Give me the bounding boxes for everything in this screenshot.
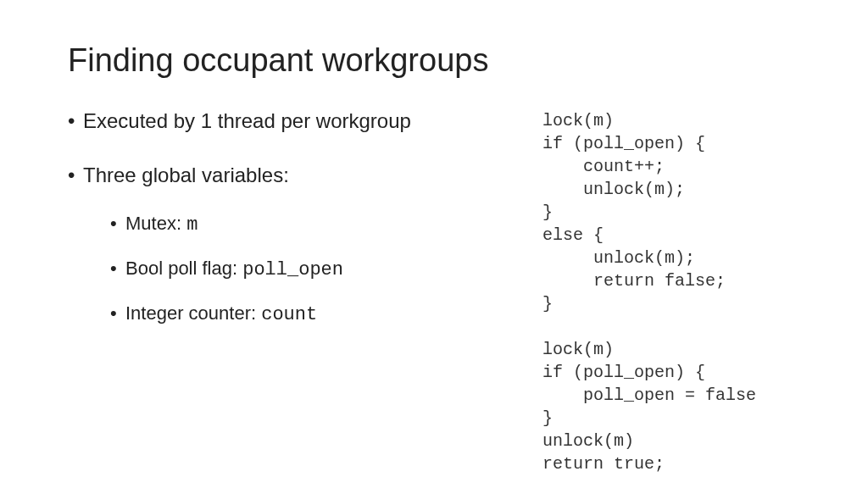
code-line: } <box>542 408 553 428</box>
sub-bullet-poll-code: poll_open <box>242 259 343 280</box>
code-line: if (poll_open) { <box>542 363 705 382</box>
sub-bullet-list: Mutex: m Bool poll flag: poll_open Integ… <box>83 213 542 325</box>
code-line: lock(m) <box>542 340 614 359</box>
slide-body: Executed by 1 thread per workgroup Three… <box>68 109 817 475</box>
sub-bullet-count-code: count <box>261 304 317 325</box>
bullet-globals-text: Three global variables: <box>83 164 289 186</box>
slide: Finding occupant workgroups Executed by … <box>0 0 868 488</box>
sub-bullet-poll-label: Bool poll flag: <box>125 258 242 279</box>
code-line: } <box>542 294 553 313</box>
code-line: } <box>542 202 553 222</box>
code-line: if (poll_open) { <box>542 134 705 153</box>
spacer <box>83 187 542 196</box>
code-line: count++; <box>542 157 665 176</box>
code-line: lock(m) <box>542 111 614 130</box>
code-block: lock(m) if (poll_open) { count++; unlock… <box>542 109 817 475</box>
code-line: poll_open = false <box>542 385 756 405</box>
slide-title: Finding occupant workgroups <box>68 42 817 79</box>
bullet-list: Executed by 1 thread per workgroup Three… <box>68 109 542 325</box>
sub-bullet-count-label: Integer counter: <box>125 302 261 324</box>
code-line: return true; <box>542 454 665 474</box>
code-line: return false; <box>542 271 726 291</box>
sub-bullet-count: Integer counter: count <box>110 302 542 325</box>
code-line: unlock(m); <box>542 248 695 268</box>
bullet-globals: Three global variables: Mutex: m Bool po… <box>68 164 542 325</box>
sub-bullet-mutex-code: m <box>186 214 198 236</box>
sub-bullet-mutex-label: Mutex: <box>125 213 186 234</box>
code-line: else { <box>542 225 604 245</box>
bullet-executed-by: Executed by 1 thread per workgroup <box>68 109 542 133</box>
sub-bullet-poll: Bool poll flag: poll_open <box>110 258 542 280</box>
code-line: unlock(m); <box>542 180 685 199</box>
code-column: lock(m) if (poll_open) { count++; unlock… <box>542 109 817 475</box>
bullet-column: Executed by 1 thread per workgroup Three… <box>68 109 542 475</box>
sub-bullet-mutex: Mutex: m <box>110 213 542 236</box>
code-line: unlock(m) <box>542 431 634 451</box>
